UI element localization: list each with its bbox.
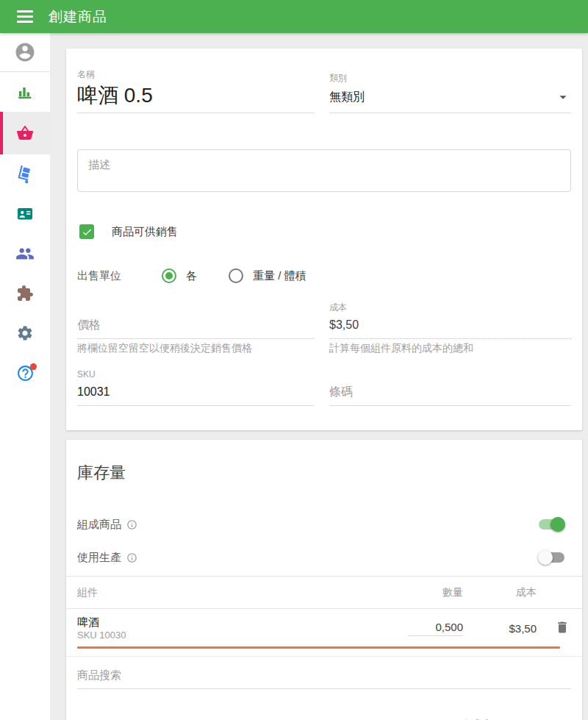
sidebar-item-reports[interactable] xyxy=(0,72,50,112)
component-table-row: 啤酒 SKU 10030 $3,50 xyxy=(66,609,582,649)
account-icon xyxy=(14,41,36,63)
sku-input[interactable] xyxy=(77,384,314,406)
category-field: 類別 無類別 xyxy=(329,73,571,113)
price-hint: 將欄位留空留空以便稍後決定銷售價格 xyxy=(77,342,314,354)
barcode-field xyxy=(329,384,571,406)
composite-item-toggle[interactable] xyxy=(538,517,565,532)
sold-by-weight-label: 重量 / 體積 xyxy=(253,269,306,283)
component-name: 啤酒 xyxy=(77,615,375,629)
product-form-card: 名稱 類別 無類別 商品可供銷售 出售單位 各 重量 / 體積 xyxy=(66,49,582,430)
sold-by-each-label: 各 xyxy=(186,269,197,283)
check-icon xyxy=(82,227,93,238)
sold-by-each-radio[interactable] xyxy=(162,268,176,283)
components-table-header: 組件 數量 成本 xyxy=(66,577,582,608)
cost-column-header: 成本 xyxy=(463,586,537,599)
name-field: 名稱 xyxy=(77,69,314,113)
shopping-basket-icon xyxy=(16,124,34,142)
notification-dot xyxy=(30,363,37,370)
main-content: 名稱 類別 無類別 商品可供銷售 出售單位 各 重量 / 體積 xyxy=(50,33,588,720)
sidebar-item-items[interactable] xyxy=(0,112,50,154)
puzzle-icon xyxy=(16,285,34,302)
price-input[interactable] xyxy=(77,317,314,339)
available-for-sale-row: 商品可供銷售 xyxy=(77,224,571,239)
hamburger-menu-icon[interactable] xyxy=(9,1,41,33)
sidebar-item-settings[interactable] xyxy=(0,313,50,353)
gear-icon xyxy=(16,324,34,342)
sidebar-item-help[interactable] xyxy=(0,353,50,393)
category-label: 類別 xyxy=(329,73,571,83)
delete-component-button[interactable] xyxy=(553,619,571,638)
component-search-field xyxy=(66,657,582,689)
people-icon xyxy=(15,244,35,263)
cost-value: $3,50 xyxy=(329,317,571,339)
use-production-toggle[interactable] xyxy=(538,550,565,565)
hand-truck-icon xyxy=(15,165,35,184)
sku-label: SKU xyxy=(77,369,314,379)
sidebar-item-inventory[interactable] xyxy=(0,154,50,194)
sidebar-item-customers[interactable] xyxy=(0,194,50,234)
sold-by-row: 出售單位 各 重量 / 體積 xyxy=(77,268,571,283)
sku-field: SKU xyxy=(77,369,314,406)
inventory-title: 庫存量 xyxy=(66,462,582,484)
bar-chart-icon xyxy=(16,83,34,101)
composite-item-label: 組成商品 xyxy=(77,518,121,532)
price-field: 將欄位留空留空以便稍後決定銷售價格 xyxy=(77,302,314,354)
name-label: 名稱 xyxy=(77,69,314,79)
info-icon[interactable] xyxy=(126,519,137,530)
component-quantity-input[interactable] xyxy=(408,621,463,636)
composite-item-row: 組成商品 xyxy=(66,517,582,532)
sold-by-label: 出售單位 xyxy=(77,269,121,283)
sold-by-weight-radio[interactable] xyxy=(229,268,243,283)
cost-hint: 計算每個組件原料的成本的總和 xyxy=(329,342,571,354)
cost-label: 成本 xyxy=(329,302,571,313)
sidebar-item-employees[interactable] xyxy=(0,234,50,274)
component-column-header: 組件 xyxy=(77,586,375,599)
component-cost: $3,50 xyxy=(463,622,537,635)
inventory-card: 庫存量 組成商品 使用生產 組件 數量 成本 啤酒 S xyxy=(66,440,582,720)
available-for-sale-checkbox[interactable] xyxy=(79,224,94,239)
info-icon[interactable] xyxy=(126,552,137,563)
chevron-down-icon xyxy=(555,89,571,105)
trash-icon xyxy=(555,620,570,635)
sidebar-item-account[interactable] xyxy=(0,33,50,72)
description-input[interactable] xyxy=(77,149,571,192)
component-search-input[interactable] xyxy=(77,667,571,689)
page-title: 創建商品 xyxy=(49,7,107,26)
contact-card-icon xyxy=(16,205,34,223)
component-sku: SKU 10030 xyxy=(77,629,375,641)
category-select[interactable]: 無類別 xyxy=(329,88,571,113)
use-production-row: 使用生產 xyxy=(66,550,582,565)
sidebar-item-apps[interactable] xyxy=(0,274,50,313)
use-production-label: 使用生產 xyxy=(77,551,121,565)
name-input[interactable] xyxy=(77,84,314,113)
category-value: 無類別 xyxy=(329,90,365,105)
barcode-input[interactable] xyxy=(329,384,571,406)
sidebar xyxy=(0,33,50,720)
app-header: 創建商品 xyxy=(0,0,588,33)
available-for-sale-label: 商品可供銷售 xyxy=(112,225,178,239)
quantity-column-header: 數量 xyxy=(375,586,463,599)
cost-field: 成本 $3,50 計算每個組件原料的成本的總和 xyxy=(329,302,571,354)
